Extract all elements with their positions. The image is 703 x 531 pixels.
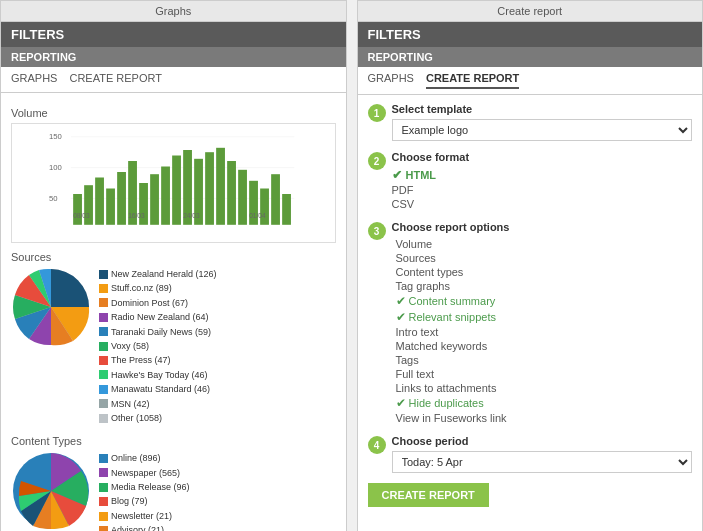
svg-text:01/04: 01/04 <box>249 212 266 219</box>
right-panel-top-label: Create report <box>358 1 703 22</box>
period-select[interactable]: Today: 5 Apr <box>392 451 693 473</box>
legend-item-voxy: Voxy (58) <box>99 339 217 353</box>
hide-duplicates-checkmark: ✔ <box>396 396 406 410</box>
bar-chart-svg: 150 100 50 <box>16 128 331 238</box>
left-panel: Graphs FILTERS REPORTING GRAPHS CREATE R… <box>0 0 347 531</box>
step-3: 3 Choose report options Volume Sources C… <box>368 221 693 425</box>
content-types-legend: Online (896) Newspaper (565) Media Relea… <box>99 451 190 531</box>
svg-rect-10 <box>117 172 126 225</box>
step-4: 4 Choose period Today: 5 Apr <box>368 435 693 473</box>
svg-text:16/03: 16/03 <box>128 212 145 219</box>
legend-item-press: The Press (47) <box>99 353 217 367</box>
format-pdf[interactable]: PDF <box>392 183 693 197</box>
legend-item-newsletter: Newsletter (21) <box>99 509 190 523</box>
step-1: 1 Select template Example logo <box>368 103 693 141</box>
option-tags[interactable]: Tags <box>396 353 693 367</box>
content-summary-label: Content summary <box>409 295 496 307</box>
content-summary-checkmark: ✔ <box>396 294 406 308</box>
right-tab-create-report[interactable]: CREATE REPORT <box>426 72 519 89</box>
format-html-label: HTML <box>406 169 437 181</box>
option-matched-keywords[interactable]: Matched keywords <box>396 339 693 353</box>
option-view-fuseworks[interactable]: View in Fuseworks link <box>396 411 693 425</box>
sources-chart-section: New Zealand Herald (126) Stuff.co.nz (89… <box>11 267 336 425</box>
legend-item-other: Other (1058) <box>99 411 217 425</box>
svg-rect-19 <box>216 148 225 225</box>
right-filters-bar: FILTERS <box>358 22 703 47</box>
sources-legend: New Zealand Herald (126) Stuff.co.nz (89… <box>99 267 217 425</box>
option-hide-duplicates[interactable]: ✔ Hide duplicates <box>396 395 693 411</box>
right-panel-content: 1 Select template Example logo 2 Choose … <box>358 95 703 531</box>
svg-rect-14 <box>161 167 170 225</box>
step-2-label: Choose format <box>392 151 693 163</box>
step-2-content: Choose format ✔ HTML PDF CSV <box>392 151 693 211</box>
option-links-to-attachments[interactable]: Links to attachments <box>396 381 693 395</box>
hide-duplicates-label: Hide duplicates <box>409 397 484 409</box>
legend-item-msn: MSN (42) <box>99 397 217 411</box>
svg-rect-23 <box>260 189 269 225</box>
volume-label: Volume <box>11 107 336 119</box>
create-report-button[interactable]: CREATE REPORT <box>368 483 489 507</box>
step-4-content: Choose period Today: 5 Apr <box>392 435 693 473</box>
left-filters-bar: FILTERS <box>1 22 346 47</box>
relevant-snippets-label: Relevant snippets <box>409 311 496 323</box>
left-reporting-bar: REPORTING <box>1 47 346 67</box>
legend-item-hbt: Hawke's Bay Today (46) <box>99 368 217 382</box>
step-4-number: 4 <box>368 436 386 454</box>
step-4-label: Choose period <box>392 435 693 447</box>
left-panel-content: Volume 150 100 50 <box>1 93 346 531</box>
svg-rect-24 <box>271 174 280 225</box>
svg-rect-21 <box>238 170 247 225</box>
svg-text:150: 150 <box>49 132 62 141</box>
svg-rect-20 <box>227 161 236 225</box>
format-html[interactable]: ✔ HTML <box>392 167 693 183</box>
option-sources[interactable]: Sources <box>396 251 693 265</box>
right-tab-graphs[interactable]: GRAPHS <box>368 72 414 89</box>
svg-text:24/03: 24/03 <box>183 212 200 219</box>
content-types-pie <box>11 451 91 531</box>
right-reporting-bar: REPORTING <box>358 47 703 67</box>
html-checkmark: ✔ <box>392 168 402 182</box>
bar-chart: 150 100 50 <box>11 123 336 243</box>
option-content-types[interactable]: Content types <box>396 265 693 279</box>
svg-rect-15 <box>172 156 181 225</box>
option-tag-graphs[interactable]: Tag graphs <box>396 279 693 293</box>
step-2: 2 Choose format ✔ HTML PDF CSV <box>368 151 693 211</box>
template-select[interactable]: Example logo <box>392 119 693 141</box>
svg-rect-6 <box>73 194 82 225</box>
left-tab-graphs[interactable]: GRAPHS <box>11 72 57 87</box>
step-2-number: 2 <box>368 152 386 170</box>
svg-text:08/03: 08/03 <box>73 212 90 219</box>
svg-rect-18 <box>205 152 214 225</box>
legend-item-advisory: Advisory (21) <box>99 523 190 531</box>
option-full-text[interactable]: Full text <box>396 367 693 381</box>
legend-item-newspaper: Newspaper (565) <box>99 466 190 480</box>
content-types-chart-section: Online (896) Newspaper (565) Media Relea… <box>11 451 336 531</box>
step-1-number: 1 <box>368 104 386 122</box>
left-panel-top-label: Graphs <box>1 1 346 22</box>
step-3-label: Choose report options <box>392 221 693 233</box>
svg-rect-25 <box>282 194 291 225</box>
format-pdf-label: PDF <box>392 184 414 196</box>
format-csv-label: CSV <box>392 198 415 210</box>
step-3-content: Choose report options Volume Sources Con… <box>392 221 693 425</box>
step-1-content: Select template Example logo <box>392 103 693 141</box>
left-tab-create-report[interactable]: CREATE REPORT <box>69 72 162 87</box>
legend-item-tdn: Taranaki Daily News (59) <box>99 325 217 339</box>
legend-item-stuff: Stuff.co.nz (89) <box>99 281 217 295</box>
svg-rect-13 <box>150 174 159 225</box>
option-relevant-snippets[interactable]: ✔ Relevant snippets <box>396 309 693 325</box>
legend-item-ms: Manawatu Standard (46) <box>99 382 217 396</box>
format-csv[interactable]: CSV <box>392 197 693 211</box>
option-volume[interactable]: Volume <box>396 237 693 251</box>
left-tabs-bar: GRAPHS CREATE REPORT <box>1 67 346 93</box>
legend-item-dom: Dominion Post (67) <box>99 296 217 310</box>
content-types-label: Content Types <box>11 435 336 447</box>
panel-gap <box>347 0 357 531</box>
legend-item-online: Online (896) <box>99 451 190 465</box>
legend-item-rnz: Radio New Zealand (64) <box>99 310 217 324</box>
legend-item-nzh: New Zealand Herald (126) <box>99 267 217 281</box>
option-content-summary[interactable]: ✔ Content summary <box>396 293 693 309</box>
relevant-snippets-checkmark: ✔ <box>396 310 406 324</box>
option-intro-text[interactable]: Intro text <box>396 325 693 339</box>
legend-item-blog: Blog (79) <box>99 494 190 508</box>
